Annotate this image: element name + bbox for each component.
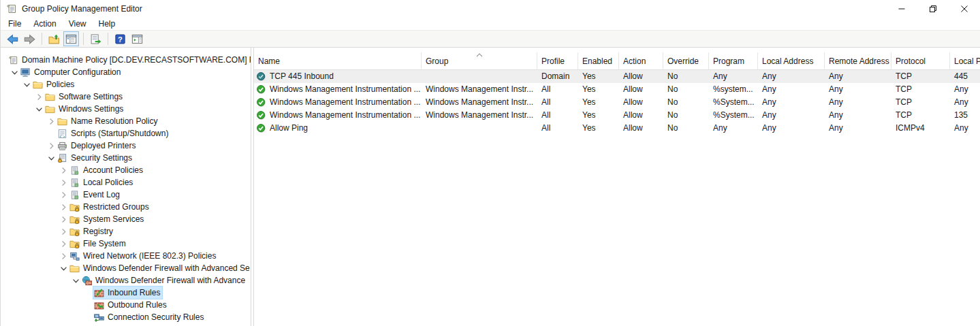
tree-item-restricted-groups[interactable]: Restricted Groups	[1, 201, 251, 213]
tree-item-scripts-startup-shutdown[interactable]: Scripts (Startup/Shutdown)	[1, 127, 251, 140]
tree-item-label: Restricted Groups	[83, 202, 149, 212]
column-header-program[interactable]: Program	[709, 52, 758, 69]
column-header-label: Action	[623, 56, 646, 66]
minimize-button[interactable]	[886, 0, 917, 18]
column-header-label: Protocol	[896, 56, 926, 66]
expander-collapsed[interactable]	[46, 116, 57, 127]
cell-text: Yes	[582, 123, 596, 133]
export-list-button[interactable]	[88, 31, 104, 46]
cell-protocol: TCP	[891, 83, 950, 96]
tree-item-system-services[interactable]: System Services	[1, 213, 251, 225]
expander-collapsed[interactable]	[33, 91, 44, 102]
column-header-local-address[interactable]: Local Address	[758, 52, 825, 69]
toolbar: ?	[1, 30, 980, 48]
tree-item-computer-configuration[interactable]: Computer Configuration	[1, 66, 251, 78]
tree-item-account-policies[interactable]: Account Policies	[1, 164, 251, 176]
column-header-override[interactable]: Override	[663, 52, 709, 69]
rule-row-tcp-445-inbound[interactable]: TCP 445 InboundDomainYesAllowNoAnyAnyAny…	[254, 70, 980, 83]
window-controls	[886, 0, 980, 18]
cell-text: Any	[954, 123, 968, 133]
show-action-pane-button[interactable]	[129, 31, 145, 46]
cell-program: %system...	[709, 83, 758, 96]
tree-item-local-policies[interactable]: Local Policies	[1, 176, 251, 189]
tree-item-file-system[interactable]: File System	[1, 238, 251, 250]
cell-text: TCP 445 Inbound	[270, 70, 334, 83]
tree-item-body: Event Log	[69, 189, 122, 201]
expander-collapsed[interactable]	[58, 250, 69, 261]
tree-item-domain-machine-policy-dc-dev-recastsoftwar[interactable]: Domain Machine Policy [DC.DEV.RECASTSOFT…	[1, 54, 251, 66]
tree-item-connection-security-rules[interactable]: Connection Security Rules	[1, 311, 251, 323]
tree-item-policies[interactable]: Policies	[1, 78, 251, 91]
column-header-action[interactable]: Action	[619, 52, 663, 69]
column-header-enabled[interactable]: Enabled	[578, 52, 619, 69]
tree-item-security-settings[interactable]: Security Settings	[1, 152, 251, 164]
expander-collapsed[interactable]	[58, 226, 69, 237]
tree-item-body: Scripts (Startup/Shutdown)	[57, 127, 170, 140]
chevron-right-icon	[59, 214, 69, 225]
tree-item-windows-defender-firewall-with-advance[interactable]: Windows Defender Firewall with Advance	[1, 274, 251, 287]
expander-collapsed[interactable]	[58, 165, 69, 176]
show-console-tree-button[interactable]	[63, 31, 79, 46]
expander-expanded[interactable]	[21, 79, 32, 90]
expander-expanded[interactable]	[58, 263, 69, 274]
help-button[interactable]: ?	[112, 31, 128, 46]
column-header-protocol[interactable]: Protocol	[891, 52, 950, 69]
menu-file[interactable]: File	[2, 18, 27, 30]
chevron-right-icon	[59, 202, 69, 212]
expander-collapsed[interactable]	[58, 201, 69, 212]
forward-button[interactable]	[22, 31, 37, 46]
expander-expanded[interactable]	[70, 275, 81, 286]
outbound-rules-icon	[94, 300, 104, 310]
tree-item-windows-settings[interactable]: Windows Settings	[1, 103, 251, 115]
tree-item-software-settings[interactable]: Software Settings	[1, 91, 251, 103]
tree-item-inbound-rules[interactable]: Inbound Rules	[1, 287, 251, 299]
tree-item-windows-defender-firewall-with-advanced-se[interactable]: Windows Defender Firewall with Advanced …	[1, 262, 251, 274]
expander-collapsed[interactable]	[58, 189, 69, 200]
column-header-profile[interactable]: Profile	[537, 52, 578, 69]
close-button[interactable]	[949, 0, 980, 18]
menu-help[interactable]: Help	[93, 18, 122, 30]
rule-row-allow-ping[interactable]: Allow PingAllYesAllowNoAnyAnyAnyICMPv4An…	[254, 122, 980, 135]
connection-security-icon	[94, 312, 104, 323]
tree-item-label: Windows Settings	[59, 104, 123, 114]
expander-collapsed[interactable]	[46, 140, 57, 151]
expander-collapsed[interactable]	[58, 214, 69, 225]
rule-row-windows-management-instrumentation[interactable]: Windows Management Instrumentation ...Wi…	[254, 109, 980, 122]
chevron-down-icon	[34, 104, 44, 114]
tree-item-event-log[interactable]: Event Log	[1, 189, 251, 201]
tree-item-body: Local Policies	[69, 176, 135, 189]
tree-item-wired-network-ieee-802-3-policies[interactable]: Wired Network (IEEE 802.3) Policies	[1, 250, 251, 262]
expander-expanded[interactable]	[46, 152, 57, 163]
expander-expanded[interactable]	[33, 103, 44, 114]
cell-text: All	[541, 110, 550, 120]
rule-row-windows-management-instrumentation[interactable]: Windows Management Instrumentation ...Wi…	[254, 96, 980, 109]
column-header-name[interactable]: Name	[254, 52, 422, 69]
tree-item-label: Local Policies	[83, 178, 133, 187]
tree-item-outbound-rules[interactable]: Outbound Rules	[1, 299, 251, 311]
tree-item-name-resolution-policy[interactable]: Name Resolution Policy	[1, 115, 251, 127]
cell-enabled: Yes	[578, 122, 619, 135]
back-button[interactable]	[5, 31, 20, 46]
up-one-level-button[interactable]	[46, 31, 62, 46]
cell-local_address: Any	[758, 122, 825, 135]
expander-collapsed[interactable]	[58, 177, 69, 188]
menu-view[interactable]: View	[63, 18, 93, 30]
tree-item-registry[interactable]: Registry	[1, 225, 251, 238]
rule-row-windows-management-instrumentation[interactable]: Windows Management Instrumentation ...Wi…	[254, 83, 980, 96]
folder-icon	[45, 92, 55, 102]
tree-item-body: Software Settings	[44, 91, 125, 103]
menu-action[interactable]: Action	[27, 18, 62, 30]
cell-remote_address: Any	[825, 70, 891, 83]
tree-item-body: File System	[69, 238, 128, 250]
expander-expanded[interactable]	[9, 67, 20, 78]
chevron-right-icon	[59, 227, 69, 237]
tree-item-deployed-printers[interactable]: Deployed Printers	[1, 140, 251, 152]
inbound-rules-icon	[94, 288, 104, 298]
cell-text: All	[541, 84, 550, 94]
restore-button[interactable]	[917, 0, 949, 18]
cell-override: No	[663, 122, 709, 135]
column-header-local-port[interactable]: Local Port	[950, 52, 980, 69]
column-header-remote-address[interactable]: Remote Address	[825, 52, 891, 69]
expander-collapsed[interactable]	[58, 238, 69, 249]
cell-text: No	[667, 84, 678, 94]
